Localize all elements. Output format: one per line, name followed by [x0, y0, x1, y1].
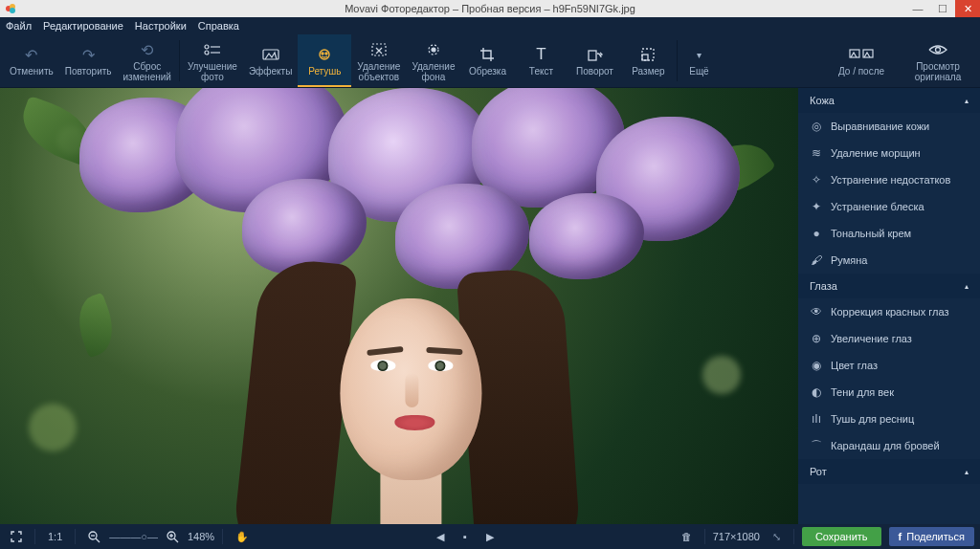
more-button[interactable]: ▾ Ещё	[679, 34, 718, 87]
target-icon: ◎	[810, 120, 823, 133]
section-eyes-title: Глаза	[810, 280, 837, 292]
section-skin-title: Кожа	[810, 95, 835, 106]
svg-point-9	[322, 53, 323, 55]
enhance-button[interactable]: Улучшение фото	[182, 34, 243, 87]
drop-icon: ●	[810, 227, 823, 240]
window-close-button[interactable]: ✕	[955, 0, 980, 17]
foundation-item[interactable]: ●Тональный крем	[798, 220, 980, 247]
enhance-label: Улучшение фото	[188, 62, 237, 82]
status-bar: 1:1 ———○— 148% ✋ ◀ ▪ ▶ 🗑 717×1080 ⤡ Сохр…	[0, 524, 980, 549]
retouch-label: Ретушь	[308, 67, 341, 77]
window-titlebar: Movavi Фоторедактор – Пробная версия – h…	[0, 0, 980, 17]
rotate-label: Поворот	[576, 67, 613, 77]
redo-icon: ↷	[82, 44, 95, 65]
remove-bg-button[interactable]: Удаление фона	[406, 34, 460, 87]
chevron-up-icon: ▴	[965, 282, 969, 291]
size-button[interactable]: Размер	[621, 34, 675, 87]
svg-point-3	[205, 45, 209, 49]
text-button[interactable]: T Текст	[514, 34, 568, 87]
window-maximize-button[interactable]: ☐	[930, 0, 955, 17]
effects-button[interactable]: Эффекты	[243, 34, 298, 87]
rotate-button[interactable]: Поворот	[568, 34, 621, 87]
retouch-button[interactable]: Ретушь	[298, 34, 351, 87]
red-eye-item[interactable]: 👁Коррекция красных глаз	[798, 298, 980, 325]
delete-button[interactable]: 🗑	[677, 528, 697, 545]
redo-button[interactable]: ↷ Повторить	[59, 34, 118, 87]
menu-bar: Файл Редактирование Настройки Справка	[0, 17, 980, 34]
svg-rect-18	[642, 55, 648, 60]
svg-point-10	[325, 53, 327, 55]
before-after-button[interactable]: До / после	[823, 34, 900, 87]
skin-smoothing-item[interactable]: ◎Выравнивание кожи	[798, 113, 980, 140]
main-toolbar: ↶ Отменить ↷ Повторить ⟲ Сброс изменений…	[0, 34, 980, 88]
view-original-button[interactable]: Просмотр оригинала	[900, 34, 976, 87]
retouch-panel: Кожа ▴ ◎Выравнивание кожи ≋Удаление морщ…	[798, 88, 980, 524]
section-eyes-header[interactable]: Глаза ▴	[798, 274, 980, 298]
next-image-button[interactable]: ▶	[481, 528, 499, 546]
fit-ratio-button[interactable]: 1:1	[43, 528, 67, 545]
facebook-icon: f	[899, 531, 902, 542]
remove-bg-icon	[425, 39, 442, 60]
eye-color-item[interactable]: ◉Цвет глаз	[798, 352, 980, 379]
menu-help[interactable]: Справка	[198, 20, 239, 32]
remove-objects-button[interactable]: Удаление объектов	[351, 34, 406, 87]
eye-enlarge-item[interactable]: ⊕Увеличение глаз	[798, 325, 980, 352]
reset-icon: ⟲	[141, 39, 153, 60]
reset-label: Сброс изменений	[123, 62, 171, 82]
before-after-label: До / после	[838, 67, 884, 77]
share-button[interactable]: fПоделиться	[889, 527, 974, 546]
undo-icon: ↶	[25, 44, 37, 65]
effects-icon	[262, 44, 279, 65]
more-label: Ещё	[689, 67, 708, 77]
wrinkle-removal-item[interactable]: ≋Удаление морщин	[798, 140, 980, 166]
reset-button[interactable]: ⟲ Сброс изменений	[118, 34, 177, 87]
shine-removal-item[interactable]: ✦Устранение блеска	[798, 193, 980, 220]
chevron-up-icon: ▴	[965, 468, 969, 476]
menu-settings[interactable]: Настройки	[135, 20, 187, 32]
view-original-label: Просмотр оригинала	[915, 62, 961, 82]
palette-icon: ◐	[810, 385, 823, 399]
eye-icon: ◉	[810, 359, 823, 372]
window-minimize-button[interactable]: —	[905, 0, 930, 17]
zoom-in-button[interactable]	[162, 528, 184, 546]
image-dimensions: 717×1080	[713, 531, 760, 542]
sparkle-icon: ✧	[810, 173, 823, 187]
zoom-value: 148%	[188, 531, 214, 542]
waves-icon: ≋	[810, 146, 823, 160]
mascara-item[interactable]: ıIıТушь для ресниц	[798, 406, 980, 432]
prev-image-button[interactable]: ◀	[432, 528, 449, 546]
app-logo	[4, 1, 19, 16]
section-mouth-header[interactable]: Рот ▴	[798, 459, 980, 484]
menu-edit[interactable]: Редактирование	[43, 20, 123, 32]
undo-button[interactable]: ↶ Отменить	[4, 34, 59, 87]
remove-objects-icon	[370, 39, 388, 60]
remove-bg-label: Удаление фона	[412, 62, 455, 82]
canvas-area[interactable]	[0, 88, 798, 524]
zoom-out-button[interactable]	[83, 528, 105, 546]
svg-rect-11	[372, 44, 386, 55]
photo-canvas	[0, 88, 798, 524]
text-icon: T	[536, 44, 546, 65]
window-title: Movavi Фоторедактор – Пробная версия – h…	[345, 3, 635, 14]
save-button[interactable]: Сохранить	[802, 527, 881, 546]
crop-button[interactable]: Обрезка	[460, 34, 514, 87]
undo-label: Отменить	[10, 67, 54, 77]
size-icon	[640, 44, 656, 65]
hand-tool-button[interactable]: ✋	[231, 528, 254, 546]
menu-file[interactable]: Файл	[6, 20, 32, 32]
svg-point-2	[10, 8, 15, 13]
resize-handle-icon[interactable]: ⤡	[768, 528, 786, 546]
text-label: Текст	[529, 67, 553, 77]
eyeshadow-item[interactable]: ◐Тени для век	[798, 379, 980, 406]
blemish-removal-item[interactable]: ✧Устранение недостатков	[798, 166, 980, 193]
redo-label: Повторить	[65, 67, 112, 77]
eyebrow-pencil-item[interactable]: ⌒Карандаш для бровей	[798, 432, 980, 459]
blush-item[interactable]: 🖌Румяна	[798, 247, 980, 274]
crop-icon	[479, 44, 495, 65]
stop-button[interactable]: ▪	[458, 528, 472, 546]
svg-line-23	[96, 538, 100, 542]
retouch-icon	[315, 44, 334, 65]
fullscreen-button[interactable]	[6, 528, 27, 545]
section-skin-header[interactable]: Кожа ▴	[798, 88, 980, 113]
eye-icon: 👁	[810, 305, 823, 318]
